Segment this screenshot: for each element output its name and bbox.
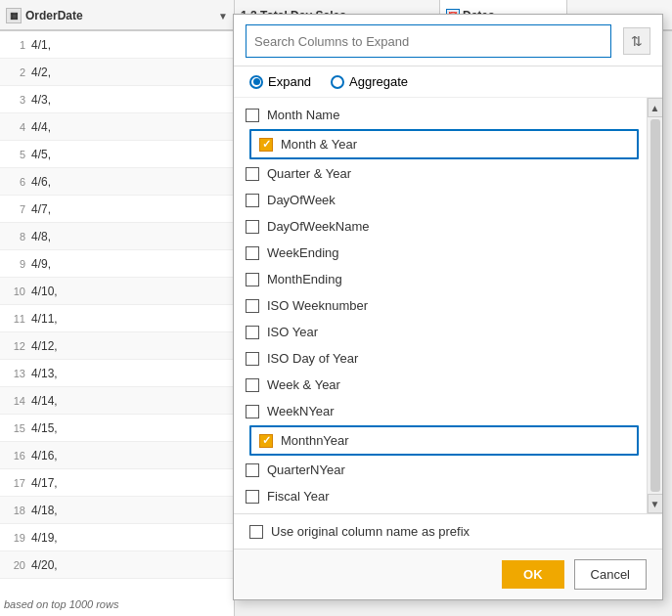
checkbox-box[interactable]: ✓ — [259, 434, 273, 448]
checkbox-box[interactable] — [246, 273, 259, 286]
checkbox-item[interactable]: Week & Year — [246, 372, 643, 398]
row-value: 4/2, — [31, 66, 51, 79]
row-value: 4/17, — [31, 476, 58, 490]
checkbox-item[interactable]: ISO Day of Year — [246, 345, 643, 372]
checkbox-item[interactable]: ✓Month & Year — [259, 131, 629, 157]
prefix-row: Use original column name as prefix — [234, 513, 662, 549]
table-row: 184/18, — [0, 497, 235, 524]
table-row: 144/14, — [0, 387, 235, 415]
table-row: 124/12, — [0, 332, 235, 360]
checkbox-box[interactable] — [246, 405, 259, 418]
row-number: 13 — [4, 368, 31, 379]
radio-aggregate[interactable]: Aggregate — [331, 74, 408, 89]
row-value: 4/20, — [31, 558, 58, 572]
checkbox-item[interactable]: ISO Year — [246, 319, 643, 345]
checkbox-label: ISO Year — [267, 325, 318, 339]
table-row: 34/3, — [0, 86, 235, 113]
checkbox-item[interactable]: QuarterNYear — [246, 457, 643, 483]
row-number: 6 — [4, 176, 31, 188]
checkbox-box[interactable] — [246, 490, 259, 504]
checkbox-item[interactable]: MonthEnding — [246, 266, 643, 292]
scroll-up-button[interactable]: ▲ — [648, 98, 663, 117]
dropdown-arrow-icon[interactable]: ▼ — [218, 11, 228, 22]
checkbox-item[interactable]: Month Name — [246, 102, 643, 128]
search-bar: ⇅ — [234, 15, 662, 66]
sort-button[interactable]: ⇅ — [623, 27, 650, 55]
prefix-checkbox[interactable] — [249, 525, 263, 539]
checkbox-label: ISO Weeknumber — [267, 298, 368, 313]
checkbox-item[interactable]: Fiscal Year — [246, 483, 643, 509]
checkbox-box[interactable]: ✓ — [259, 138, 273, 152]
checkbox-list: Month Name✓Month & YearQuarter & YearDay… — [234, 97, 662, 513]
row-number: 18 — [4, 505, 31, 516]
row-value: 4/12, — [31, 339, 58, 353]
table-row: 74/7, — [0, 196, 235, 223]
scroll-down-button[interactable]: ▼ — [648, 494, 663, 513]
checkbox-box[interactable] — [246, 378, 259, 392]
row-number: 9 — [4, 258, 31, 270]
checkbox-item[interactable]: ISO Weeknumber — [246, 292, 643, 319]
col-header-orderdate[interactable]: ▦ OrderDate ▼ — [0, 0, 235, 31]
checkbox-item[interactable]: WeekEnding — [246, 240, 643, 266]
row-number: 5 — [4, 149, 31, 160]
table-row: 84/8, — [0, 223, 235, 250]
checkbox-box[interactable] — [246, 167, 259, 181]
row-number: 4 — [4, 121, 31, 133]
modal-footer: OK Cancel — [234, 549, 662, 599]
search-input[interactable] — [254, 34, 603, 49]
checkbox-label: ISO Day of Year — [267, 351, 358, 366]
table-row: 134/13, — [0, 360, 235, 387]
checkbox-item[interactable]: DayOfWeekName — [246, 213, 643, 240]
table-rows: 14/1,24/2,34/3,44/4,54/5,64/6,74/7,84/8,… — [0, 31, 235, 579]
checkbox-label: WeekNYear — [267, 404, 335, 418]
checkbox-box[interactable] — [246, 326, 259, 339]
checkbox-box[interactable] — [246, 299, 259, 313]
ok-button[interactable]: OK — [502, 560, 564, 589]
checkbox-box[interactable] — [246, 194, 259, 207]
checkbox-item[interactable]: ✓MonthnYear — [259, 427, 629, 454]
check-icon: ✓ — [262, 138, 271, 151]
row-value: 4/9, — [31, 257, 51, 271]
checkbox-label: Week & Year — [267, 377, 340, 392]
checkbox-box[interactable] — [246, 463, 259, 477]
radio-aggregate-label: Aggregate — [349, 74, 408, 89]
row-value: 4/7, — [31, 202, 51, 216]
row-value: 4/19, — [31, 531, 58, 545]
checkbox-item[interactable]: DayOfWeek — [246, 187, 643, 213]
checkbox-label: MonthnYear — [281, 433, 349, 448]
row-value: 4/5, — [31, 148, 51, 161]
checkbox-label: DayOfWeek — [267, 193, 336, 207]
table-row: 114/11, — [0, 305, 235, 332]
search-input-wrap[interactable] — [246, 24, 611, 58]
checkbox-box[interactable] — [246, 246, 259, 260]
row-value: 4/10, — [31, 285, 58, 298]
checkbox-label: Quarter & Year — [267, 166, 351, 181]
radio-expand-label: Expand — [268, 74, 311, 89]
row-value: 4/13, — [31, 367, 58, 380]
checkbox-box[interactable] — [246, 109, 259, 122]
row-value: 4/11, — [31, 312, 58, 326]
check-icon: ✓ — [262, 434, 271, 447]
radio-circle-aggregate — [331, 75, 344, 89]
row-number: 16 — [4, 450, 31, 462]
checkbox-item[interactable]: Quarter & Year — [246, 160, 643, 187]
footer-note: based on top 1000 rows — [4, 598, 118, 610]
checkbox-box[interactable] — [246, 220, 259, 234]
row-value: 4/16, — [31, 449, 58, 462]
cancel-button[interactable]: Cancel — [574, 559, 647, 590]
radio-circle-expand — [249, 75, 263, 89]
checkbox-box[interactable] — [246, 352, 259, 366]
row-number: 12 — [4, 340, 31, 352]
checkbox-item[interactable]: WeekNYear — [246, 398, 643, 424]
row-number: 1 — [4, 39, 31, 51]
table-row: 54/5, — [0, 141, 235, 168]
table-row: 64/6, — [0, 168, 235, 196]
scrollbar[interactable]: ▲ ▼ — [647, 98, 662, 513]
table-row: 164/16, — [0, 442, 235, 469]
radio-expand[interactable]: Expand — [249, 74, 311, 89]
table-row: 154/15, — [0, 415, 235, 442]
row-value: 4/15, — [31, 421, 58, 435]
scroll-thumb[interactable] — [650, 119, 660, 492]
table-row: 174/17, — [0, 469, 235, 497]
checkbox-label: DayOfWeekName — [267, 219, 370, 234]
